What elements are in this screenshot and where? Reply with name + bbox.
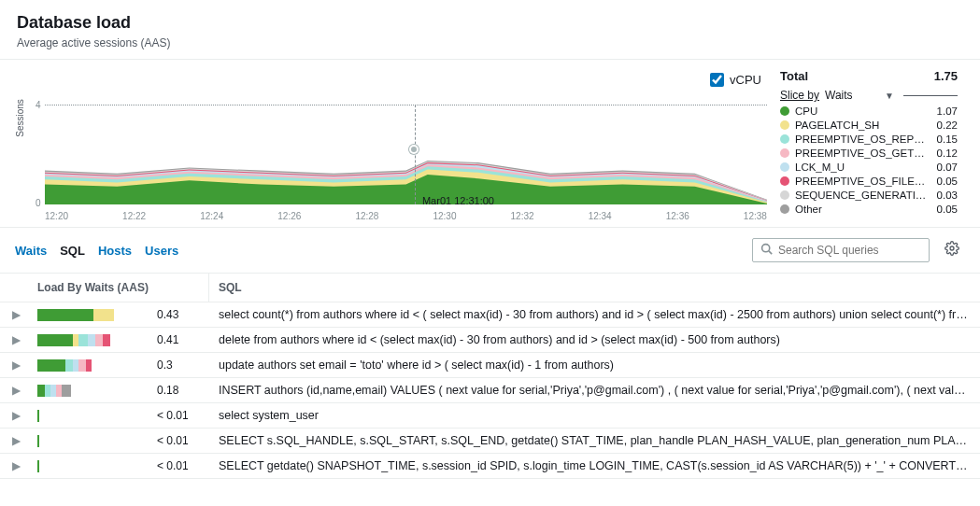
legend-item[interactable]: PREEMPTIVE_OS_FILE… 0.05 (780, 176, 958, 187)
legend-name: LCK_M_U (795, 162, 931, 173)
load-segment (95, 334, 103, 346)
legend-name: PREEMPTIVE_OS_REPO… (795, 134, 931, 145)
legend-swatch (780, 204, 789, 214)
legend-value: 1.07 (937, 105, 958, 117)
tab-users[interactable]: Users (145, 244, 178, 258)
x-tick: 12:32 (511, 211, 534, 221)
aas-chart[interactable]: Sessions 4 0 Mar01 12:31:00 12:2012 (13, 91, 771, 221)
legend-item[interactable]: CPU 1.07 (780, 105, 958, 117)
table-body: ▶ 0.43 select count(*) from authors wher… (0, 302, 980, 479)
vcpu-checkbox[interactable] (710, 73, 724, 87)
load-bar (37, 460, 149, 472)
tabs: WaitsSQLHostsUsers (15, 244, 178, 258)
slice-rule (903, 95, 958, 96)
chart-section: vCPU Sessions 4 0 Mar01 1 (0, 60, 980, 228)
load-bar (37, 359, 149, 372)
search-icon (760, 243, 773, 258)
load-segment (78, 334, 88, 346)
load-value: < 0.01 (157, 409, 189, 422)
load-cell: 0.43 (32, 302, 209, 327)
table-row: ▶ 0.18 INSERT authors (id,name,email) VA… (0, 378, 980, 403)
chart-area: vCPU Sessions 4 0 Mar01 1 (13, 69, 771, 227)
load-segment (65, 359, 73, 372)
legend-name: PREEMPTIVE_OS_GET… (795, 148, 931, 159)
col-header-load[interactable]: Load By Waits (AAS) (32, 274, 209, 302)
tab-waits[interactable]: Waits (15, 244, 47, 258)
svg-point-2 (950, 246, 954, 250)
load-segment (93, 309, 114, 321)
page-subtitle: Average active sessions (AAS) (17, 36, 963, 49)
sql-text[interactable]: INSERT authors (id,name,email) VALUES ( … (209, 378, 980, 402)
legend-swatch (780, 190, 789, 200)
y-tick-min: 0 (36, 198, 41, 208)
table-header: Load By Waits (AAS) SQL (0, 274, 980, 302)
legend-name: Other (795, 204, 931, 215)
x-tick: 12:36 (666, 211, 689, 221)
load-cell: < 0.01 (32, 429, 209, 453)
sql-text[interactable]: update authors set email = 'toto' where … (209, 353, 980, 377)
x-tick: 12:28 (355, 211, 378, 221)
sql-text[interactable]: select count(*) from authors where id < … (209, 302, 980, 327)
load-segment (78, 359, 86, 372)
legend-name: PAGELATCH_SH (795, 119, 931, 131)
legend-name: SEQUENCE_GENERATI… (795, 190, 931, 201)
legend-value: 0.03 (937, 190, 958, 201)
legend-value: 0.15 (937, 134, 958, 145)
legend-value: 0.22 (937, 119, 958, 131)
table-row: ▶ < 0.01 SELECT s.SQL_HANDLE, s.SQL_STAR… (0, 429, 980, 454)
search-input[interactable] (778, 244, 921, 257)
expand-row-button[interactable]: ▶ (0, 308, 32, 321)
table-row: ▶ < 0.01 SELECT getdate() SNAPSHOT_TIME,… (0, 454, 980, 479)
load-bar (37, 309, 149, 321)
legend-item[interactable]: PREEMPTIVE_OS_GET… 0.12 (780, 148, 958, 159)
load-cell: 0.41 (32, 328, 209, 352)
legend-panel: Total 1.75 Slice by Waits ▼ CPU 1.07 PAG… (771, 69, 967, 227)
gear-icon (944, 241, 959, 260)
tab-sql[interactable]: SQL (60, 244, 85, 258)
vcpu-toggle-row: vCPU (13, 69, 771, 91)
legend-item[interactable]: PREEMPTIVE_OS_REPO… 0.15 (780, 134, 958, 145)
slice-by-label: Slice by (780, 89, 819, 102)
legend-item[interactable]: Other 0.05 (780, 204, 958, 215)
search-box[interactable] (752, 238, 930, 262)
load-cell: 0.3 (32, 353, 209, 377)
legend-value: 0.07 (937, 162, 958, 173)
legend-value: 0.05 (937, 204, 958, 215)
legend-swatch (780, 120, 789, 130)
load-value: 0.43 (157, 308, 178, 321)
expand-row-button[interactable]: ▶ (0, 358, 32, 372)
sql-text[interactable]: SELECT getdate() SNAPSHOT_TIME, s.sessio… (209, 454, 980, 478)
svg-point-0 (762, 245, 770, 252)
expand-row-button[interactable]: ▶ (0, 409, 32, 422)
legend-item[interactable]: LCK_M_U 0.07 (780, 162, 958, 173)
total-row: Total 1.75 (780, 69, 958, 83)
x-tick: 12:30 (433, 211, 456, 221)
slice-by-row[interactable]: Slice by Waits ▼ (780, 89, 958, 102)
legend-value: 0.12 (937, 148, 958, 159)
expand-row-button[interactable]: ▶ (0, 434, 32, 447)
load-cell: < 0.01 (32, 403, 209, 428)
load-segment (62, 385, 71, 397)
settings-button[interactable] (939, 237, 965, 263)
sql-text[interactable]: delete from authors where id < (select m… (209, 328, 980, 352)
total-value: 1.75 (934, 69, 958, 83)
tab-hosts[interactable]: Hosts (98, 244, 132, 258)
tabs-row: WaitsSQLHostsUsers (0, 228, 980, 274)
sql-text[interactable]: select system_user (209, 403, 980, 428)
legend-item[interactable]: PAGELATCH_SH 0.22 (780, 119, 958, 131)
chart-svg-wrap (45, 105, 767, 204)
expand-row-button[interactable]: ▶ (0, 384, 32, 397)
expand-row-button[interactable]: ▶ (0, 459, 32, 472)
legend-item[interactable]: SEQUENCE_GENERATI… 0.03 (780, 190, 958, 201)
load-cell: 0.18 (32, 378, 209, 402)
expand-row-button[interactable]: ▶ (0, 333, 32, 346)
chart-tooltip-label: Mar01 12:31:00 (422, 195, 494, 206)
legend-swatch (780, 106, 789, 116)
load-segment (103, 334, 110, 346)
table-row: ▶ 0.41 delete from authors where id < (s… (0, 328, 980, 353)
chart-tooltip-dot (409, 145, 419, 154)
sql-text[interactable]: SELECT s.SQL_HANDLE, s.SQL_START, s.SQL_… (209, 429, 980, 453)
slice-by-selected: Waits (825, 89, 879, 102)
col-header-sql[interactable]: SQL (209, 274, 980, 302)
load-cell: < 0.01 (32, 454, 209, 478)
